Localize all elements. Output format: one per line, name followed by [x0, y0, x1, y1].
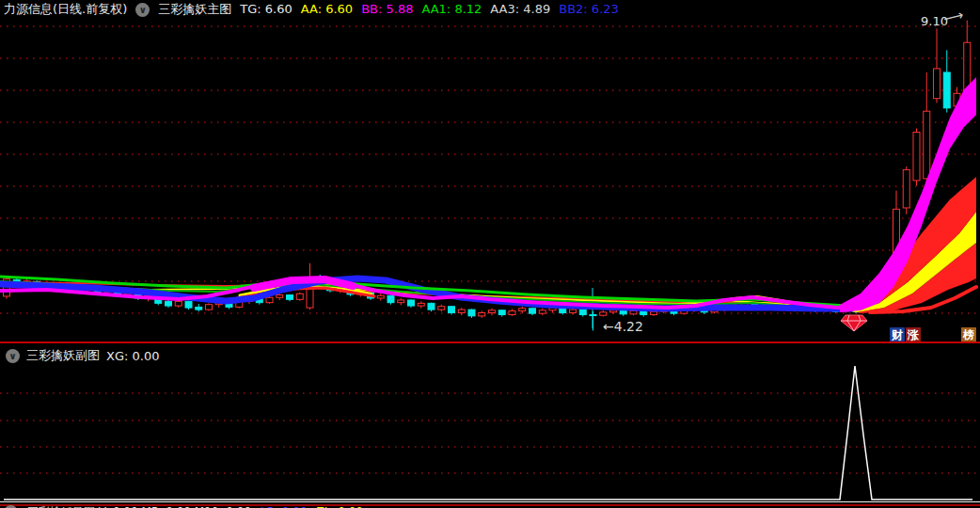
sub-indicator-name[interactable]: 三彩擒妖副图 [26, 347, 100, 364]
sub-indicator-value: XG: 0.00 [106, 349, 159, 363]
xg-signal-line [4, 366, 972, 500]
low-price-label: ←4.22 [603, 319, 643, 334]
badge-zhang: 涨 [906, 327, 921, 342]
diamond-gem-icon [841, 315, 867, 331]
badge-cai: 财 [890, 327, 905, 342]
pane-divider[interactable] [0, 341, 980, 343]
app-window: 力源信息(日线.前复权) ∨ 三彩擒妖主图 TG: 6.60 AA: 6.60 … [0, 0, 980, 508]
badge-bang: 榜 [961, 327, 976, 342]
sub-gridlines [0, 393, 980, 473]
sub-indicator-bar: ∨ 三彩擒妖副图 XG: 0.00 [6, 347, 159, 364]
chart-canvas[interactable] [0, 0, 980, 508]
subchart-baseline [0, 501, 980, 502]
collapse-sub-icon[interactable]: ∨ [6, 349, 20, 363]
main-gridlines [0, 26, 980, 313]
